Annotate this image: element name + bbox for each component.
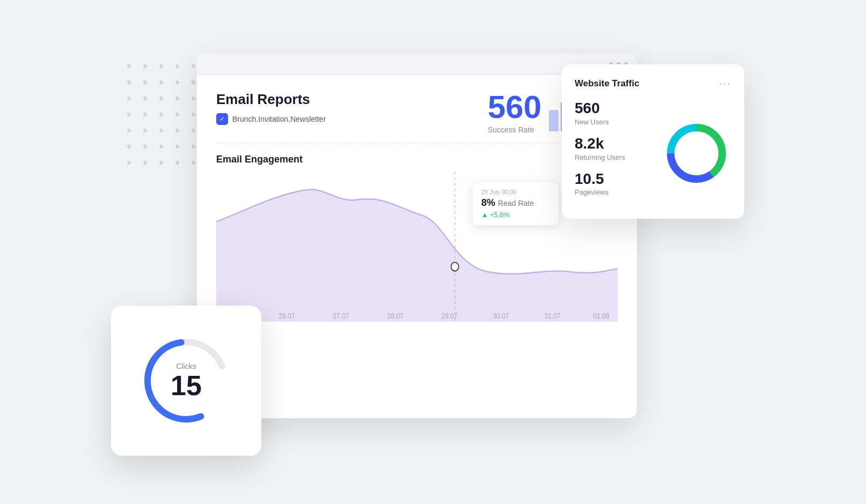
gauge-container: Clicks 15 [138, 332, 234, 429]
svg-text:29.07: 29.07 [441, 312, 457, 320]
pageviews-stat: 10.5 Pageviews [575, 171, 662, 197]
svg-text:26.07: 26.07 [278, 312, 295, 320]
tooltip-change-value: +5,6% [490, 211, 510, 219]
traffic-stats: 560 New Users 8.2k Returning Users 10.5 … [575, 100, 662, 206]
newsletter-tag: ✓ Brunch.Invitation.Newsletter [216, 113, 326, 125]
chart-tooltip: 29 July 00:00 8% Read Rate ▲ +5,6% [473, 182, 559, 225]
tooltip-date: 29 July 00:00 [481, 189, 550, 195]
email-reports-header: Email Reports ✓ Brunch.Invitation.Newsle… [216, 91, 618, 134]
returning-users-stat: 8.2k Returning Users [575, 136, 662, 161]
success-rate-info: 560 Success Rate [488, 91, 541, 134]
email-reports-info: Email Reports ✓ Brunch.Invitation.Newsle… [216, 91, 326, 125]
donut-svg [662, 118, 731, 188]
tooltip-read-rate-label: Read Rate [498, 199, 534, 207]
clicks-value: 15 [171, 372, 202, 399]
success-label: Success Rate [488, 125, 541, 134]
scene: Email Reports ✓ Brunch.Invitation.Newsle… [111, 32, 755, 472]
traffic-more-button[interactable]: ··· [719, 77, 731, 90]
pageviews-number: 10.5 [575, 171, 662, 188]
donut-chart [662, 118, 731, 188]
bar-1 [549, 110, 559, 131]
email-reports-title: Email Reports [216, 91, 326, 108]
tooltip-value: 8% Read Rate [481, 197, 550, 209]
chart-active-dot [451, 262, 459, 271]
new-users-stat: 560 New Users [575, 100, 662, 126]
gauge-text: Clicks 15 [171, 362, 202, 399]
svg-text:31.07: 31.07 [545, 312, 561, 320]
svg-text:01.08: 01.08 [593, 312, 610, 320]
website-traffic-card: Website Traffic ··· 560 New Users 8.2k R… [562, 64, 744, 219]
svg-text:27.07: 27.07 [333, 312, 349, 320]
newsletter-label: Brunch.Invitation.Newsletter [232, 115, 326, 123]
traffic-card-header: Website Traffic ··· [575, 77, 731, 90]
clicks-label: Clicks [171, 362, 202, 370]
section-divider [216, 143, 618, 143]
pageviews-label: Pageviews [575, 188, 662, 196]
returning-users-number: 8.2k [575, 136, 662, 152]
checkmark-icon: ✓ [216, 113, 228, 125]
returning-users-label: Returning Users [575, 153, 662, 161]
success-number: 560 [488, 91, 541, 123]
dot-grid-decoration [127, 64, 203, 173]
engagement-title: Email Engagement [216, 154, 618, 165]
svg-text:28.07: 28.07 [387, 312, 403, 320]
tooltip-read-rate-value: 8% [481, 197, 495, 208]
svg-text:30.07: 30.07 [493, 312, 509, 320]
engagement-chart-area: 25.07 26.07 27.07 28.07 29.07 30.07 31.0… [216, 172, 618, 322]
new-users-label: New Users [575, 118, 662, 126]
clicks-card: Clicks 15 [111, 306, 261, 456]
arrow-up-icon: ▲ [481, 211, 488, 219]
new-users-number: 560 [575, 100, 662, 117]
traffic-title: Website Traffic [575, 78, 640, 89]
tooltip-change: ▲ +5,6% [481, 211, 550, 219]
traffic-content: 560 New Users 8.2k Returning Users 10.5 … [575, 100, 731, 206]
